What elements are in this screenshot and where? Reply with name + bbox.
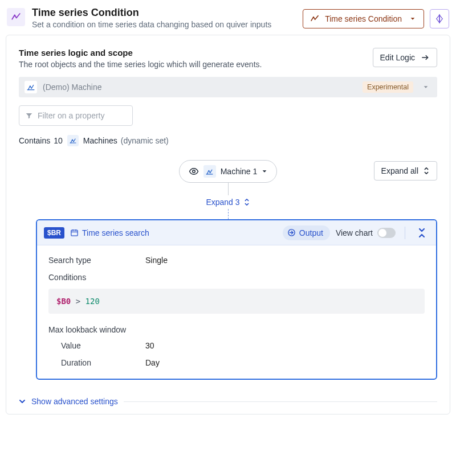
caret-down-icon [423, 84, 429, 90]
expand-icon [423, 167, 430, 175]
conditions-label: Conditions [48, 273, 425, 282]
machine-icon [67, 135, 79, 146]
machine-node-label: Machine 1 [221, 167, 258, 176]
page-title: Time series Condition [32, 7, 296, 19]
contains-summary: Contains 10 Machines (dynamic set) [19, 135, 437, 146]
lookback-value: 30 [145, 341, 154, 350]
variable-badge: $BR [44, 227, 64, 239]
dropdown-label: Time series Condition [325, 14, 402, 23]
chart-icon [310, 14, 319, 23]
contains-type: Machines [83, 136, 117, 145]
svg-point-3 [192, 170, 195, 173]
machine-node[interactable]: Machine 1 [179, 160, 278, 183]
machine-icon [203, 165, 216, 178]
output-pill[interactable]: Output [283, 225, 330, 240]
caret-down-icon [262, 169, 267, 174]
svg-rect-5 [71, 230, 78, 236]
experimental-badge: Experimental [363, 81, 413, 93]
section-desc: The root objects and the time series log… [19, 60, 262, 69]
calendar-search-icon [70, 228, 79, 237]
output-label: Output [299, 228, 323, 237]
lookback-value-label: Value [61, 341, 145, 350]
expand-children-label: Expand 3 [206, 198, 239, 207]
compare-button[interactable] [430, 9, 449, 28]
edit-logic-label: Edit Logic [380, 53, 415, 62]
chart-icon [7, 8, 25, 26]
overlap-icon [434, 14, 445, 24]
divider [124, 401, 437, 402]
root-object-bar[interactable]: (Demo) Machine Experimental [19, 77, 437, 97]
expand-children-button[interactable]: Expand 3 [19, 195, 437, 209]
condition-op: > [76, 297, 80, 306]
collapse-panel-button[interactable] [414, 225, 429, 240]
search-type-label: Search type [48, 256, 145, 265]
filter-placeholder: Filter on a property [38, 111, 105, 120]
panel-title: Time series search [70, 228, 149, 237]
lookback-duration-label: Duration [61, 358, 145, 367]
lookback-label: Max lookback window [48, 325, 425, 334]
expand-icon [243, 198, 250, 206]
arrow-right-icon [421, 54, 430, 61]
caret-down-icon [410, 16, 416, 22]
condition-type-dropdown[interactable]: Time series Condition [303, 9, 424, 28]
search-type-value: Single [145, 256, 168, 265]
condition-value: 120 [85, 297, 100, 306]
contains-suffix: (dynamic set) [121, 136, 169, 145]
root-object-name: (Demo) Machine [43, 83, 357, 92]
view-chart-toggle[interactable] [377, 228, 396, 238]
output-icon [287, 228, 296, 237]
section-title: Time series logic and scope [19, 48, 262, 58]
view-chart-label: View chart [336, 228, 373, 237]
expand-all-button[interactable]: Expand all [374, 161, 437, 180]
page-subtitle: Set a condition on time series data chan… [32, 20, 296, 29]
show-advanced-toggle[interactable]: Show advanced settings [19, 397, 437, 406]
eye-icon [189, 166, 199, 177]
expand-all-label: Expand all [381, 166, 418, 175]
collapse-icon [417, 228, 426, 238]
lookback-duration: Day [145, 358, 160, 367]
condition-expression: $B0 > 120 [48, 289, 425, 314]
edit-logic-button[interactable]: Edit Logic [373, 48, 437, 67]
condition-var: $B0 [56, 297, 71, 306]
chevron-down-icon [19, 398, 26, 405]
filter-icon [25, 112, 33, 120]
root-object-caret[interactable] [419, 80, 433, 94]
machine-icon [25, 81, 37, 93]
contains-prefix: Contains [19, 136, 50, 145]
contains-count: 10 [54, 136, 63, 145]
time-series-search-panel: $BR Time series search Output View chart [36, 219, 437, 380]
show-advanced-label: Show advanced settings [31, 397, 118, 406]
property-filter-input[interactable]: Filter on a property [19, 105, 133, 126]
panel-title-text: Time series search [82, 228, 149, 237]
